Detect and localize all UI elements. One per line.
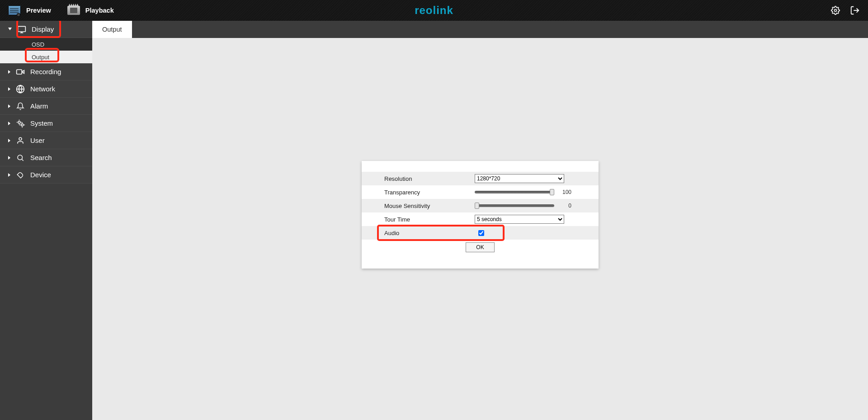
ok-button[interactable]: OK — [466, 242, 495, 252]
chevron-right-icon — [8, 156, 10, 160]
chevron-right-icon — [8, 104, 10, 108]
svg-rect-5 — [17, 70, 22, 74]
sidebar-item-label: Network — [30, 85, 55, 93]
sidebar-item-system[interactable]: System — [0, 115, 92, 132]
system-icon — [16, 119, 25, 128]
svg-point-12 — [18, 155, 23, 160]
nav-preview[interactable]: Preview — [0, 0, 59, 21]
chevron-right-icon — [8, 122, 10, 125]
row-audio: Audio — [362, 226, 599, 240]
nav-playback[interactable]: Playback — [59, 0, 122, 21]
output-panel: Resolution 1280*720 Transparency 100 — [362, 161, 599, 269]
chevron-right-icon — [8, 139, 10, 142]
tabstrip: Output — [92, 21, 868, 38]
label-resolution: Resolution — [384, 175, 475, 182]
sidebar-item-label: System — [30, 119, 53, 127]
value-mouse-sensitivity: 0 — [560, 203, 571, 209]
settings-icon[interactable] — [831, 6, 840, 15]
slider-transparency[interactable] — [475, 191, 554, 193]
sidebar-item-device[interactable]: Device — [0, 166, 92, 184]
sidebar-item-label: User — [30, 137, 45, 144]
logout-icon[interactable] — [850, 5, 860, 15]
svg-rect-2 — [18, 26, 26, 32]
nav-playback-label: Playback — [85, 7, 114, 14]
sidebar-item-alarm[interactable]: Alarm — [0, 98, 92, 115]
playback-icon — [67, 6, 80, 15]
sidebar-item-label: Alarm — [30, 102, 48, 110]
sidebar: Display OSD Output Recording Network — [0, 21, 92, 420]
svg-point-0 — [835, 9, 837, 12]
chevron-right-icon — [8, 173, 10, 177]
tab-output[interactable]: Output — [92, 21, 132, 38]
sidebar-sub-output[interactable]: Output — [0, 51, 92, 63]
row-tour-time: Tour Time 5 seconds — [362, 212, 599, 226]
row-resolution: Resolution 1280*720 — [362, 172, 599, 185]
label-mouse-sensitivity: Mouse Sensitivity — [384, 203, 475, 209]
sidebar-sub-osd[interactable]: OSD — [0, 38, 92, 51]
main-content: Output Resolution 1280*720 Transparency — [92, 21, 868, 420]
svg-point-11 — [19, 137, 22, 140]
chevron-right-icon — [8, 70, 10, 74]
svg-point-9 — [18, 121, 20, 123]
display-icon — [17, 25, 26, 34]
sidebar-item-search[interactable]: Search — [0, 149, 92, 166]
brand-logo: reolink — [415, 4, 453, 17]
row-mouse-sensitivity: Mouse Sensitivity 0 — [362, 199, 599, 212]
chevron-right-icon — [8, 87, 10, 91]
label-transparency: Transparency — [384, 189, 475, 196]
row-transparency: Transparency 100 — [362, 185, 599, 199]
sidebar-item-label: Display — [32, 25, 54, 33]
nav-preview-label: Preview — [26, 7, 51, 14]
chevron-down-icon — [8, 28, 12, 32]
sidebar-item-label: Device — [30, 171, 51, 179]
sidebar-item-recording[interactable]: Recording — [0, 63, 92, 80]
recording-icon — [16, 67, 25, 76]
sidebar-item-label: Recording — [30, 68, 61, 76]
sidebar-item-display[interactable]: Display — [0, 21, 92, 38]
top-bar: Preview Playback reolink — [0, 0, 868, 21]
preview-icon — [8, 5, 21, 15]
user-icon — [16, 136, 25, 145]
sidebar-item-label: Search — [30, 154, 52, 161]
device-icon — [16, 170, 25, 179]
sidebar-item-user[interactable]: User — [0, 132, 92, 149]
network-icon — [16, 85, 25, 94]
svg-line-13 — [22, 159, 23, 160]
select-resolution[interactable]: 1280*720 — [475, 174, 564, 183]
slider-mouse-sensitivity[interactable] — [475, 204, 554, 207]
sidebar-item-network[interactable]: Network — [0, 80, 92, 98]
checkbox-audio[interactable] — [478, 230, 484, 236]
label-audio: Audio — [384, 230, 475, 236]
alarm-icon — [16, 102, 25, 111]
label-tour-time: Tour Time — [384, 216, 475, 223]
search-icon — [16, 153, 25, 162]
svg-point-10 — [21, 123, 24, 126]
value-transparency: 100 — [560, 189, 571, 195]
select-tour-time[interactable]: 5 seconds — [475, 215, 564, 224]
